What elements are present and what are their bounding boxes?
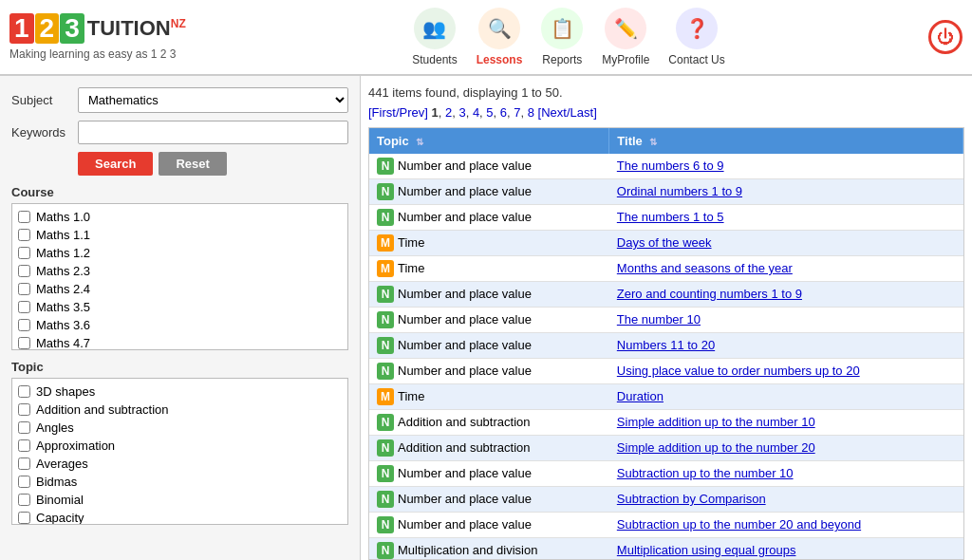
subject-select[interactable]: Mathematics English Science [78, 87, 348, 113]
course-checkbox[interactable] [18, 229, 30, 241]
course-item: Maths 3.5 [16, 298, 344, 316]
topic-checkbox[interactable] [18, 494, 30, 506]
nav-students[interactable]: 👥 Students [412, 8, 457, 66]
lesson-title-link[interactable]: Subtraction up to the number 20 and beyo… [617, 517, 861, 532]
myprofile-icon: ✏️ [605, 8, 646, 49]
course-checkbox[interactable] [18, 319, 30, 331]
lessons-table: Topic ⇅ Title ⇅ NNumber and place value … [369, 128, 963, 560]
current-page: 1 [431, 105, 438, 120]
topic-label: Averages [36, 457, 88, 471]
course-checkbox[interactable] [18, 265, 30, 277]
page-link[interactable]: 5 [486, 105, 493, 120]
course-item: Maths 1.1 [16, 226, 344, 244]
topic-cell: MTime [369, 255, 609, 281]
topic-cell: NNumber and place value [369, 512, 609, 537]
nav-icons: 👥 Students 🔍 Lessons 📋 Reports ✏️ MyProf… [218, 8, 919, 66]
topic-cell: NNumber and place value [369, 332, 609, 358]
badge-n: N [377, 516, 394, 533]
lesson-title-link[interactable]: Duration [617, 389, 664, 403]
badge-n: N [377, 337, 394, 354]
topic-sort-icon[interactable]: ⇅ [416, 137, 423, 147]
contact-icon: ❓ [676, 8, 718, 49]
topic-cell: NNumber and place value [369, 204, 609, 230]
table-row: NNumber and place value The numbers 6 to… [369, 154, 963, 179]
lesson-title-link[interactable]: Numbers 11 to 20 [617, 338, 715, 352]
lesson-title-link[interactable]: Zero and counting numbers 1 to 9 [617, 287, 802, 301]
course-checkbox[interactable] [18, 247, 30, 259]
title-cell: Multiplication using equal groups [609, 537, 963, 560]
power-button[interactable]: ⏻ [928, 20, 963, 54]
reset-button[interactable]: Reset [159, 152, 226, 176]
topic-checkbox[interactable] [18, 439, 30, 452]
topic-label: 3D shapes [36, 384, 95, 399]
lesson-title-link[interactable]: The numbers 1 to 5 [617, 210, 724, 224]
topic-item: Addition and subtraction [16, 401, 344, 419]
page-link[interactable]: 6 [500, 105, 507, 120]
topic-list: 3D shapesAddition and subtractionAnglesA… [11, 378, 348, 525]
first-prev-link[interactable]: [First/Prev] [368, 105, 428, 120]
logo-tagline: Making learning as easy as 1 2 3 [9, 47, 176, 61]
course-list: Maths 1.0Maths 1.1Maths 1.2Maths 2.3Math… [11, 203, 348, 350]
title-cell: Simple addition up to the number 10 [609, 409, 963, 435]
title-cell: Subtraction by Comparison [609, 486, 963, 512]
topic-checkbox[interactable] [18, 457, 30, 470]
course-checkbox[interactable] [18, 301, 30, 313]
course-checkbox[interactable] [18, 337, 30, 349]
title-cell: Days of the week [609, 230, 963, 255]
topic-cell: NAddition and subtraction [369, 435, 609, 460]
lesson-title-link[interactable]: Days of the week [617, 235, 712, 250]
reports-icon: 📋 [541, 8, 583, 49]
page-link[interactable]: 7 [514, 105, 520, 120]
nav-reports[interactable]: 📋 Reports [541, 8, 583, 66]
page-link[interactable]: 4 [473, 105, 479, 120]
table-row: NAddition and subtraction Simple additio… [369, 409, 963, 435]
lesson-title-link[interactable]: The number 10 [617, 312, 701, 327]
students-icon: 👥 [414, 8, 456, 49]
title-sort-icon[interactable]: ⇅ [649, 137, 657, 147]
lesson-title-link[interactable]: Subtraction up to the number 10 [617, 466, 794, 480]
keywords-input[interactable] [78, 121, 348, 144]
topic-cell: NNumber and place value [369, 358, 609, 383]
topic-checkbox[interactable] [18, 385, 30, 398]
lesson-title-link[interactable]: Months and seasons of the year [617, 261, 793, 275]
lesson-title-link[interactable]: Multiplication using equal groups [617, 543, 796, 557]
nav-lessons[interactable]: 🔍 Lessons [477, 8, 523, 66]
next-last-link[interactable]: [Next/Last] [538, 105, 597, 120]
nav-contact[interactable]: ❓ Contact Us [668, 8, 724, 66]
course-checkbox[interactable] [18, 211, 30, 223]
topic-item: Binomial [16, 491, 344, 509]
lesson-title-link[interactable]: Subtraction by Comparison [617, 492, 766, 506]
lesson-title-link[interactable]: Using place value to order numbers up to… [617, 364, 860, 378]
logo-digit-3: 3 [60, 13, 84, 44]
topic-checkbox[interactable] [18, 512, 30, 524]
title-cell: The numbers 1 to 5 [609, 204, 963, 230]
table-row: MTime Duration [369, 383, 963, 409]
lesson-title-link[interactable]: Ordinal numbers 1 to 9 [617, 184, 742, 198]
topic-cell: NNumber and place value [369, 178, 609, 204]
topic-cell: NNumber and place value [369, 154, 609, 179]
search-button[interactable]: Search [78, 152, 153, 176]
topic-checkbox[interactable] [18, 421, 30, 434]
page-link[interactable]: 3 [458, 105, 465, 120]
right-panel: 441 items found, displaying 1 to 50. [Fi… [361, 76, 972, 560]
lesson-title-link[interactable]: The numbers 6 to 9 [617, 159, 724, 173]
topic-checkbox[interactable] [18, 403, 30, 416]
topic-cell: NAddition and subtraction [369, 409, 609, 435]
table-container: Topic ⇅ Title ⇅ NNumber and place value … [368, 127, 964, 560]
badge-n: N [377, 439, 394, 457]
lesson-title-link[interactable]: Simple addition up to the number 10 [617, 415, 815, 429]
course-checkbox[interactable] [18, 283, 30, 295]
topic-item: 3D shapes [16, 383, 344, 401]
course-item: Maths 1.0 [16, 208, 344, 226]
page-link[interactable]: 2 [445, 105, 452, 120]
page-link[interactable]: 8 [528, 105, 534, 120]
nav-myprofile[interactable]: ✏️ MyProfile [602, 8, 649, 66]
badge-n: N [377, 491, 394, 508]
topic-checkbox[interactable] [18, 476, 30, 488]
table-row: NNumber and place value Subtraction up t… [369, 460, 963, 486]
logo-numbers: 1 2 3 TUITIONNZ [9, 13, 186, 44]
course-item: Maths 2.3 [16, 262, 344, 280]
results-count: 441 items found, displaying 1 to 50. [368, 85, 563, 100]
lesson-title-link[interactable]: Simple addition up to the number 20 [617, 440, 815, 455]
table-row: NNumber and place value Using place valu… [369, 358, 963, 383]
